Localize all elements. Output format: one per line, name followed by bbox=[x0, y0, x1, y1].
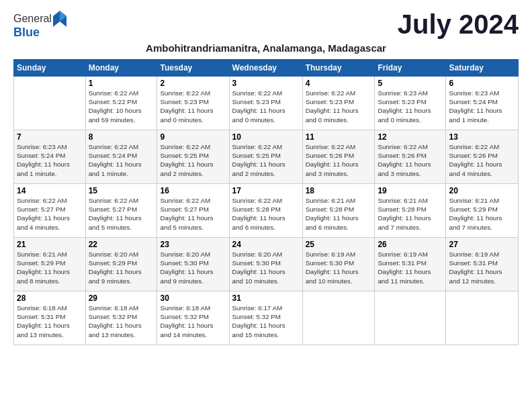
calendar-day-cell bbox=[302, 291, 375, 345]
day-info: Sunrise: 6:22 AM Sunset: 5:25 PM Dayligh… bbox=[232, 142, 300, 178]
calendar-day-cell bbox=[14, 77, 86, 130]
calendar-day-cell: 3Sunrise: 6:22 AM Sunset: 5:23 PM Daylig… bbox=[229, 77, 302, 130]
day-info: Sunrise: 6:22 AM Sunset: 5:27 PM Dayligh… bbox=[17, 196, 83, 232]
day-number: 25 bbox=[306, 240, 372, 249]
calendar-day-cell: 1Sunrise: 6:22 AM Sunset: 5:22 PM Daylig… bbox=[85, 77, 157, 130]
calendar-week-row: 14Sunrise: 6:22 AM Sunset: 5:27 PM Dayli… bbox=[14, 184, 519, 238]
subtitle: Ambohitrandriamanitra, Analamanga, Madag… bbox=[13, 42, 519, 54]
day-number: 14 bbox=[17, 186, 83, 195]
month-title: July 2024 bbox=[398, 11, 519, 38]
calendar-day-cell: 24Sunrise: 6:20 AM Sunset: 5:30 PM Dayli… bbox=[229, 238, 302, 291]
day-info: Sunrise: 6:19 AM Sunset: 5:31 PM Dayligh… bbox=[449, 250, 515, 285]
day-number: 22 bbox=[89, 240, 154, 249]
calendar-day-cell: 14Sunrise: 6:22 AM Sunset: 5:27 PM Dayli… bbox=[14, 184, 86, 238]
day-info: Sunrise: 6:23 AM Sunset: 5:24 PM Dayligh… bbox=[17, 142, 83, 178]
logo-general: General bbox=[13, 13, 52, 25]
day-info: Sunrise: 6:22 AM Sunset: 5:26 PM Dayligh… bbox=[306, 142, 372, 178]
day-number: 5 bbox=[378, 79, 443, 88]
day-info: Sunrise: 6:21 AM Sunset: 5:29 PM Dayligh… bbox=[17, 250, 83, 285]
day-number: 12 bbox=[378, 132, 443, 142]
day-info: Sunrise: 6:20 AM Sunset: 5:30 PM Dayligh… bbox=[232, 250, 300, 285]
calendar-day-cell: 2Sunrise: 6:22 AM Sunset: 5:23 PM Daylig… bbox=[157, 77, 229, 130]
calendar-day-cell: 27Sunrise: 6:19 AM Sunset: 5:31 PM Dayli… bbox=[446, 238, 519, 291]
calendar-day-cell: 7Sunrise: 6:23 AM Sunset: 5:24 PM Daylig… bbox=[14, 130, 86, 184]
day-number: 29 bbox=[89, 293, 154, 303]
calendar-day-cell: 10Sunrise: 6:22 AM Sunset: 5:25 PM Dayli… bbox=[229, 130, 302, 184]
day-info: Sunrise: 6:22 AM Sunset: 5:26 PM Dayligh… bbox=[449, 142, 515, 178]
calendar-day-cell: 19Sunrise: 6:21 AM Sunset: 5:28 PM Dayli… bbox=[375, 184, 446, 238]
calendar-day-cell: 8Sunrise: 6:22 AM Sunset: 5:24 PM Daylig… bbox=[85, 130, 157, 184]
day-info: Sunrise: 6:22 AM Sunset: 5:23 PM Dayligh… bbox=[306, 89, 372, 124]
day-info: Sunrise: 6:20 AM Sunset: 5:30 PM Dayligh… bbox=[160, 250, 226, 285]
calendar-day-cell: 13Sunrise: 6:22 AM Sunset: 5:26 PM Dayli… bbox=[446, 130, 519, 184]
day-info: Sunrise: 6:22 AM Sunset: 5:28 PM Dayligh… bbox=[232, 196, 300, 232]
calendar-header-cell: Sunday bbox=[14, 60, 86, 77]
calendar-day-cell: 20Sunrise: 6:21 AM Sunset: 5:29 PM Dayli… bbox=[446, 184, 519, 238]
calendar-day-cell bbox=[375, 291, 446, 345]
calendar-day-cell: 9Sunrise: 6:22 AM Sunset: 5:25 PM Daylig… bbox=[157, 130, 229, 184]
day-number: 30 bbox=[160, 293, 226, 303]
calendar-day-cell: 23Sunrise: 6:20 AM Sunset: 5:30 PM Dayli… bbox=[157, 238, 229, 291]
calendar-day-cell: 26Sunrise: 6:19 AM Sunset: 5:31 PM Dayli… bbox=[375, 238, 446, 291]
calendar-week-row: 28Sunrise: 6:18 AM Sunset: 5:31 PM Dayli… bbox=[14, 291, 519, 345]
calendar-week-row: 7Sunrise: 6:23 AM Sunset: 5:24 PM Daylig… bbox=[14, 130, 519, 184]
day-number: 17 bbox=[232, 186, 300, 195]
calendar-header-cell: Saturday bbox=[446, 60, 519, 77]
day-number: 19 bbox=[378, 186, 443, 195]
day-number: 27 bbox=[449, 240, 515, 249]
day-info: Sunrise: 6:22 AM Sunset: 5:23 PM Dayligh… bbox=[160, 89, 226, 124]
day-info: Sunrise: 6:22 AM Sunset: 5:25 PM Dayligh… bbox=[160, 142, 226, 178]
calendar-day-cell: 31Sunrise: 6:17 AM Sunset: 5:32 PM Dayli… bbox=[229, 291, 302, 345]
calendar-day-cell: 21Sunrise: 6:21 AM Sunset: 5:29 PM Dayli… bbox=[14, 238, 86, 291]
logo-icon bbox=[53, 11, 66, 27]
day-number: 15 bbox=[89, 186, 154, 195]
day-number: 4 bbox=[306, 79, 372, 88]
calendar-header-cell: Friday bbox=[375, 60, 446, 77]
calendar-day-cell: 16Sunrise: 6:22 AM Sunset: 5:27 PM Dayli… bbox=[157, 184, 229, 238]
day-info: Sunrise: 6:23 AM Sunset: 5:24 PM Dayligh… bbox=[449, 89, 515, 124]
calendar-day-cell: 4Sunrise: 6:22 AM Sunset: 5:23 PM Daylig… bbox=[302, 77, 375, 130]
calendar: SundayMondayTuesdayWednesdayThursdayFrid… bbox=[13, 59, 519, 345]
day-info: Sunrise: 6:23 AM Sunset: 5:23 PM Dayligh… bbox=[378, 89, 443, 124]
day-info: Sunrise: 6:18 AM Sunset: 5:32 PM Dayligh… bbox=[89, 304, 154, 339]
page: General Blue July 2024 Ambohitrandriaman… bbox=[0, 0, 532, 353]
day-info: Sunrise: 6:19 AM Sunset: 5:30 PM Dayligh… bbox=[306, 250, 372, 285]
calendar-day-cell: 29Sunrise: 6:18 AM Sunset: 5:32 PM Dayli… bbox=[85, 291, 157, 345]
day-info: Sunrise: 6:22 AM Sunset: 5:23 PM Dayligh… bbox=[232, 89, 300, 124]
day-number: 26 bbox=[378, 240, 443, 249]
day-info: Sunrise: 6:22 AM Sunset: 5:24 PM Dayligh… bbox=[89, 142, 154, 178]
calendar-header-cell: Tuesday bbox=[157, 60, 229, 77]
day-info: Sunrise: 6:21 AM Sunset: 5:29 PM Dayligh… bbox=[449, 196, 515, 232]
logo: General Blue bbox=[13, 11, 66, 40]
day-info: Sunrise: 6:22 AM Sunset: 5:27 PM Dayligh… bbox=[160, 196, 226, 232]
calendar-day-cell: 15Sunrise: 6:22 AM Sunset: 5:27 PM Dayli… bbox=[85, 184, 157, 238]
day-number: 10 bbox=[232, 132, 300, 142]
day-number: 24 bbox=[232, 240, 300, 249]
day-number: 28 bbox=[17, 293, 83, 303]
day-number: 13 bbox=[449, 132, 515, 142]
day-info: Sunrise: 6:18 AM Sunset: 5:31 PM Dayligh… bbox=[17, 304, 83, 339]
day-number: 7 bbox=[17, 132, 83, 142]
calendar-day-cell: 18Sunrise: 6:21 AM Sunset: 5:28 PM Dayli… bbox=[302, 184, 375, 238]
calendar-day-cell bbox=[446, 291, 519, 345]
day-number: 18 bbox=[306, 186, 372, 195]
day-number: 6 bbox=[449, 79, 515, 88]
day-info: Sunrise: 6:20 AM Sunset: 5:29 PM Dayligh… bbox=[89, 250, 154, 285]
day-info: Sunrise: 6:19 AM Sunset: 5:31 PM Dayligh… bbox=[378, 250, 443, 285]
day-number: 20 bbox=[449, 186, 515, 195]
calendar-day-cell: 25Sunrise: 6:19 AM Sunset: 5:30 PM Dayli… bbox=[302, 238, 375, 291]
calendar-day-cell: 17Sunrise: 6:22 AM Sunset: 5:28 PM Dayli… bbox=[229, 184, 302, 238]
day-info: Sunrise: 6:21 AM Sunset: 5:28 PM Dayligh… bbox=[378, 196, 443, 232]
calendar-week-row: 21Sunrise: 6:21 AM Sunset: 5:29 PM Dayli… bbox=[14, 238, 519, 291]
calendar-day-cell: 6Sunrise: 6:23 AM Sunset: 5:24 PM Daylig… bbox=[446, 77, 519, 130]
day-info: Sunrise: 6:22 AM Sunset: 5:27 PM Dayligh… bbox=[89, 196, 154, 232]
calendar-header-row: SundayMondayTuesdayWednesdayThursdayFrid… bbox=[14, 60, 519, 77]
day-number: 23 bbox=[160, 240, 226, 249]
day-info: Sunrise: 6:17 AM Sunset: 5:32 PM Dayligh… bbox=[232, 304, 300, 339]
day-info: Sunrise: 6:22 AM Sunset: 5:26 PM Dayligh… bbox=[378, 142, 443, 178]
day-number: 31 bbox=[232, 293, 300, 303]
day-number: 9 bbox=[160, 132, 226, 142]
calendar-week-row: 1Sunrise: 6:22 AM Sunset: 5:22 PM Daylig… bbox=[14, 77, 519, 130]
calendar-day-cell: 28Sunrise: 6:18 AM Sunset: 5:31 PM Dayli… bbox=[14, 291, 86, 345]
calendar-header-cell: Wednesday bbox=[229, 60, 302, 77]
